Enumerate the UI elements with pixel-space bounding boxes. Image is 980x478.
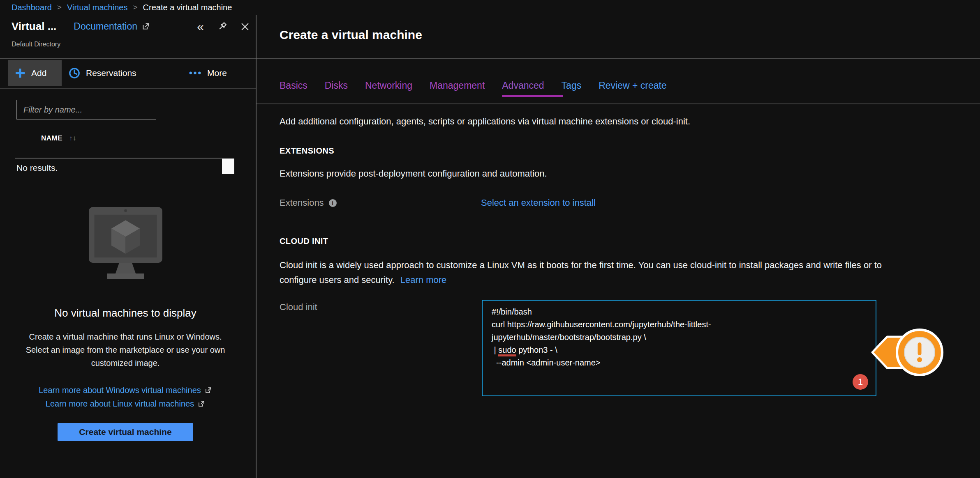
- learn-more-linux-link[interactable]: Learn more about Linux virtual machines: [46, 397, 205, 411]
- breadcrumb: Dashboard > Virtual machines > Create a …: [0, 0, 980, 15]
- cloud-init-section-heading: CLOUD INIT: [280, 237, 328, 246]
- cloud-init-description: Cloud init is a widely used approach to …: [280, 258, 908, 287]
- cloud-init-field-label: Cloud init: [280, 302, 317, 313]
- tab-basics[interactable]: Basics: [280, 80, 307, 91]
- misspelled-word: sudo: [498, 345, 516, 356]
- tab-advanced[interactable]: Advanced: [502, 80, 544, 91]
- breadcrumb-separator-icon: >: [57, 3, 62, 12]
- clock-icon: [68, 67, 81, 79]
- annotation-count-badge: 1: [853, 374, 868, 390]
- external-link-icon: [197, 400, 205, 408]
- tab-review-create[interactable]: Review + create: [599, 80, 667, 91]
- code-line: | sudo python3 - \: [492, 344, 867, 356]
- reservations-label: Reservations: [86, 68, 136, 78]
- name-column-header[interactable]: NAME↑↓: [41, 134, 76, 142]
- page-title: Create a virtual machine: [280, 28, 422, 42]
- no-results-text: No results.: [16, 163, 58, 173]
- plus-icon: [15, 68, 25, 78]
- sort-arrows-icon: ↑↓: [69, 134, 76, 142]
- create-vm-panel: Create a virtual machine Basics Disks Ne…: [257, 15, 980, 478]
- warning-annotation-marker: [868, 319, 950, 385]
- tabs-divider: [257, 103, 980, 104]
- empty-state-description: Create a virtual machine that runs Linux…: [22, 330, 229, 370]
- add-label: Add: [31, 68, 46, 78]
- vm-monitor-illustration: [79, 203, 172, 281]
- tab-networking[interactable]: Networking: [365, 80, 412, 91]
- tab-management[interactable]: Management: [430, 80, 485, 91]
- tab-disks[interactable]: Disks: [325, 80, 348, 91]
- toolbar-divider: [0, 88, 256, 89]
- add-button[interactable]: Add: [8, 60, 62, 86]
- external-link-icon: [204, 386, 212, 394]
- table-row-divider: [15, 158, 222, 159]
- code-segment: python3 - \: [516, 345, 557, 354]
- extensions-field-label: Extensions: [280, 198, 324, 208]
- learn-more-link[interactable]: Learn more: [400, 275, 447, 285]
- code-line: --admin <admin-user-name>: [492, 356, 867, 369]
- pin-icon[interactable]: [216, 21, 228, 32]
- learn-more-linux-label: Learn more about Linux virtual machines: [46, 397, 194, 411]
- create-virtual-machine-button[interactable]: Create virtual machine: [58, 423, 193, 441]
- documentation-label: Documentation: [74, 21, 137, 32]
- extensions-description: Extensions provide post-deployment confi…: [280, 168, 547, 179]
- cloud-init-description-text: Cloud init is a widely used approach to …: [280, 260, 882, 285]
- code-segment: |: [492, 345, 498, 354]
- directory-label: Default Directory: [12, 41, 60, 48]
- learn-more-windows-label: Learn more about Windows virtual machine…: [39, 384, 201, 397]
- learn-more-windows-link[interactable]: Learn more about Windows virtual machine…: [39, 384, 212, 397]
- reservations-button[interactable]: Reservations: [68, 60, 136, 86]
- code-line: jupyterhub/master/bootstrap/bootstrap.py…: [492, 331, 867, 344]
- documentation-link[interactable]: Documentation: [74, 21, 150, 32]
- close-icon[interactable]: [240, 22, 250, 32]
- breadcrumb-separator-icon: >: [133, 3, 137, 12]
- select-extension-link[interactable]: Select an extension to install: [481, 198, 596, 208]
- wizard-tabs: Basics Disks Networking Management Advan…: [280, 80, 667, 91]
- ellipsis-icon: •••: [189, 68, 202, 78]
- cloud-init-textarea[interactable]: #!/bin/bash curl https://raw.githubuserc…: [482, 300, 876, 396]
- advanced-tab-description: Add additional configuration, agents, sc…: [280, 116, 690, 127]
- blade-toolbar: Add Reservations ••• More: [0, 58, 256, 88]
- tab-tags[interactable]: Tags: [562, 80, 582, 91]
- more-button[interactable]: ••• More: [189, 60, 227, 86]
- more-label: More: [207, 68, 227, 78]
- breadcrumb-dashboard[interactable]: Dashboard: [12, 3, 52, 12]
- blade-title: Virtual ...: [12, 20, 56, 33]
- code-line: #!/bin/bash: [492, 306, 867, 318]
- empty-state: No virtual machines to display Create a …: [0, 203, 251, 441]
- blade-header: Virtual ... Documentation «: [12, 20, 250, 33]
- collapse-blade-icon[interactable]: «: [197, 21, 204, 33]
- extensions-section-heading: EXTENSIONS: [280, 146, 334, 156]
- name-column-label: NAME: [41, 134, 62, 142]
- scrollbar-thumb[interactable]: [222, 159, 234, 174]
- info-icon[interactable]: i: [329, 199, 337, 207]
- breadcrumb-virtual-machines[interactable]: Virtual machines: [67, 3, 127, 12]
- virtual-machines-blade: Virtual ... Documentation « Default Dire…: [0, 15, 256, 478]
- external-link-icon: [141, 22, 150, 31]
- code-line: curl https://raw.githubusercontent.com/j…: [492, 318, 867, 331]
- empty-state-heading: No virtual machines to display: [0, 307, 251, 319]
- filter-by-name-input[interactable]: [16, 100, 156, 120]
- breadcrumb-current: Create a virtual machine: [143, 3, 232, 12]
